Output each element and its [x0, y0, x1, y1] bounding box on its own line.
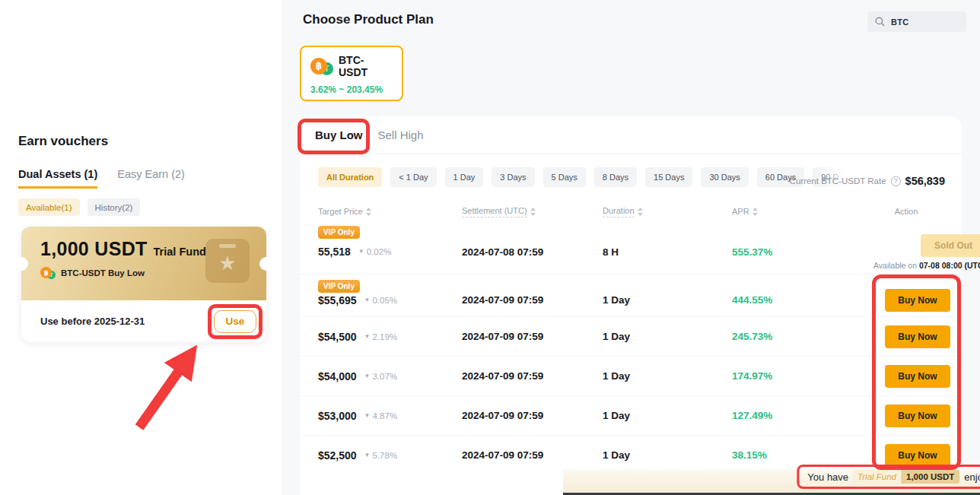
voucher-amount: 1,000 USDT [40, 238, 148, 260]
plan-tabs: Buy Low Sell High [300, 116, 962, 154]
duration-cell: 1 Day [603, 331, 732, 342]
use-voucher-button[interactable]: Use [214, 310, 256, 333]
tab-easy-earn[interactable]: Easy Earn (2) [117, 168, 185, 189]
plan-table-body: VIP Only 55,518 ▼0.02% 2024-07-08 07:59 … [300, 221, 962, 474]
caret-down-icon: ▼ [364, 334, 371, 340]
caret-down-icon: ▼ [364, 297, 371, 303]
sort-icon [638, 208, 643, 216]
table-row: VIP Only $55,695 ▼0.05% 2024-07-09 07:59… [300, 274, 962, 316]
plan-table-card: Buy Low Sell High All Duration< 1 Day1 D… [300, 116, 962, 495]
duration-pill-1-day[interactable]: 1 Day [445, 167, 484, 187]
sort-icon [366, 208, 371, 216]
price-change: ▼5.78% [364, 451, 398, 460]
sold-out-button[interactable]: Sold Out [921, 234, 980, 257]
duration-cell: 1 Day [603, 294, 732, 306]
earn-vouchers-title: Earn vouchers [18, 134, 108, 149]
settlement-cell: 2024-07-09 07:59 [462, 370, 603, 382]
apr-cell: 555.37% [732, 246, 873, 258]
settlement-cell: 2024-07-09 07:59 [462, 449, 603, 461]
choose-product-plan-panel: Choose Product Plan BTC ฿ T BTC-USDT 3.6… [282, 0, 980, 495]
annotation-box-banner: You have Trial Fund 1,000 USDT enjoy 0 c… [797, 465, 980, 489]
current-rate: Current BTC-USDT Rate ? $56,839 [790, 175, 945, 187]
buy-now-button[interactable]: Buy Now [885, 365, 950, 388]
duration-pill-all-duration[interactable]: All Duration [318, 167, 382, 187]
price-change: ▼0.05% [364, 296, 398, 305]
duration-pill-30-days[interactable]: 30 Days [701, 167, 748, 187]
btc-usdt-coin-icon: ฿T [40, 267, 56, 279]
col-target-price[interactable]: Target Price [318, 207, 462, 216]
pair-coin-icon: ฿ T [310, 58, 334, 75]
apr-cell: 444.55% [732, 294, 873, 306]
banner-suffix: enjoy 0 cost [964, 471, 980, 483]
table-row: $53,000 ▼4.87% 2024-07-09 07:59 1 Day 12… [300, 395, 962, 435]
rate-value: $56,839 [905, 175, 945, 187]
apr-cell: 127.49% [732, 410, 873, 421]
buy-now-button[interactable]: Buy Now [885, 444, 950, 467]
duration-cell: 1 Day [603, 449, 732, 461]
action-cell: Buy Now [885, 289, 950, 312]
trial-fund-banner: You have Trial Fund 1,000 USDT enjoy 0 c… [563, 469, 980, 493]
info-icon[interactable]: ? [891, 176, 901, 186]
tab-dual-assets[interactable]: Dual Assets (1) [18, 168, 97, 189]
search-input[interactable]: BTC [867, 11, 966, 32]
tab-sell-high[interactable]: Sell High [378, 129, 424, 141]
price-change: ▼2.19% [364, 332, 398, 341]
buy-now-button[interactable]: Buy Now [885, 289, 950, 312]
target-price: $54,500 [318, 331, 357, 343]
target-price: $54,000 [318, 370, 357, 382]
filter-history[interactable]: History(2) [88, 198, 141, 216]
settlement-cell: 2024-07-09 07:59 [462, 410, 603, 421]
target-price-cell: 55,518 ▼0.02% [318, 246, 462, 258]
caret-down-icon: ▼ [358, 249, 364, 255]
target-price-cell: $52,500 ▼5.78% [318, 449, 462, 462]
buy-now-button[interactable]: Buy Now [885, 325, 950, 348]
target-price-cell: $54,500 ▼2.19% [318, 331, 462, 343]
col-settlement[interactable]: Settlement (UTC) [462, 206, 603, 217]
action-cell: Sold Out Available on 07-08 08:00 (UTC) [873, 234, 980, 270]
sort-icon [752, 208, 758, 216]
action-cell: Buy Now [885, 365, 950, 388]
voucher-gold-section: 1,000 USDT Trial Fund ฿T BTC-USDT Buy Lo… [21, 227, 266, 300]
price-change: ▼0.02% [358, 247, 392, 256]
duration-pill-5-days[interactable]: 5 Days [543, 167, 586, 187]
duration-pill-15-days[interactable]: 15 Days [645, 167, 692, 187]
vip-only-badge: VIP Only [318, 280, 360, 293]
voucher-notch-left [14, 257, 28, 271]
table-row: VIP Only 55,518 ▼0.02% 2024-07-08 07:59 … [300, 221, 962, 274]
col-apr[interactable]: APR [732, 207, 873, 216]
caret-down-icon: ▼ [364, 413, 371, 419]
target-price-cell: $54,000 ▼3.07% [318, 370, 462, 382]
duration-cell: 1 Day [603, 370, 732, 382]
voucher-filters: Available(1) History(2) [18, 198, 140, 216]
duration-pill-1-day[interactable]: < 1 Day [390, 167, 436, 187]
table-row: $54,500 ▼2.19% 2024-07-09 07:59 1 Day 24… [300, 316, 962, 356]
settlement-cell: 2024-07-09 07:59 [462, 294, 603, 306]
col-duration[interactable]: Duration [603, 206, 732, 217]
voucher-tabs: Dual Assets (1) Easy Earn (2) [18, 168, 185, 189]
duration-pill-8-days[interactable]: 8 Days [594, 167, 637, 187]
badge-amount: 1,000 USDT [901, 470, 959, 484]
banner-prefix: You have [807, 471, 848, 483]
target-price-cell: $55,695 ▼0.05% [318, 294, 462, 306]
product-card-btc-usdt[interactable]: ฿ T BTC-USDT 3.62% ~ 203.45% [300, 46, 403, 101]
target-price: $53,000 [318, 410, 357, 422]
search-value: BTC [891, 17, 909, 27]
sort-icon [530, 208, 536, 216]
annotation-box-use: Use [208, 304, 262, 339]
duration-pill-3-days[interactable]: 3 Days [492, 167, 534, 187]
apr-range: 3.62% ~ 203.45% [310, 84, 393, 95]
apr-cell: 38.15% [732, 449, 873, 461]
target-price: $52,500 [318, 449, 357, 462]
settlement-cell: 2024-07-09 07:59 [462, 331, 603, 342]
tab-buy-low[interactable]: Buy Low [315, 129, 363, 141]
buy-now-button[interactable]: Buy Now [885, 405, 950, 427]
target-price-cell: $53,000 ▼4.87% [318, 410, 462, 422]
voucher-kind: Trial Fund [154, 246, 206, 258]
filter-available[interactable]: Available(1) [18, 198, 80, 216]
apr-cell: 174.97% [732, 370, 873, 382]
badge-trial-label: Trial Fund [853, 470, 901, 484]
price-change: ▼3.07% [364, 372, 398, 381]
voucher-product: BTC-USDT Buy Low [61, 268, 145, 278]
action-cell: Buy Now [885, 405, 950, 427]
caret-down-icon: ▼ [364, 373, 371, 379]
